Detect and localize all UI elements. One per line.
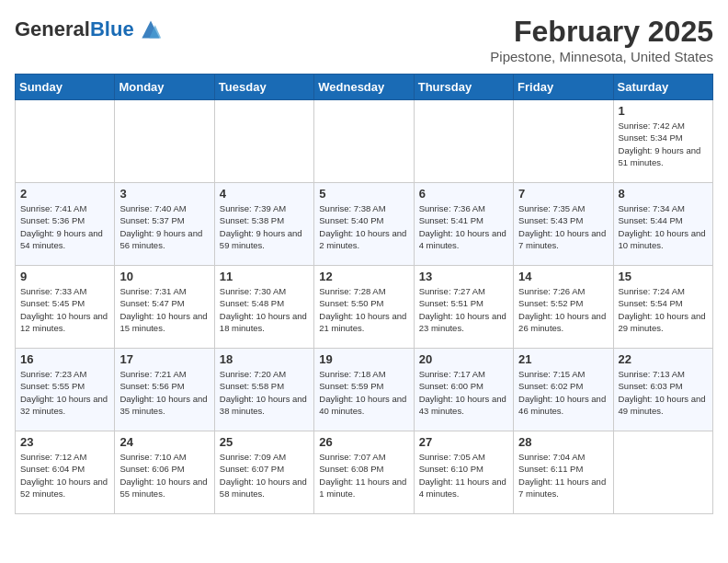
calendar-week-row: 16Sunrise: 7:23 AM Sunset: 5:55 PM Dayli… <box>16 349 713 431</box>
calendar-week-row: 23Sunrise: 7:12 AM Sunset: 6:04 PM Dayli… <box>16 431 713 514</box>
calendar-day-cell <box>115 100 214 183</box>
calendar-day-cell: 19Sunrise: 7:18 AM Sunset: 5:59 PM Dayli… <box>314 349 414 431</box>
calendar-day-cell: 10Sunrise: 7:31 AM Sunset: 5:47 PM Dayli… <box>115 266 214 349</box>
weekday-header: Wednesday <box>314 75 414 100</box>
weekday-header: Monday <box>115 75 214 100</box>
calendar-day-cell: 26Sunrise: 7:07 AM Sunset: 6:08 PM Dayli… <box>314 431 414 514</box>
day-number: 1 <box>619 104 708 118</box>
day-number: 21 <box>518 352 608 366</box>
day-number: 18 <box>220 352 309 366</box>
day-info: Sunrise: 7:13 AM Sunset: 6:03 PM Dayligh… <box>619 368 708 417</box>
calendar-week-row: 1Sunrise: 7:42 AM Sunset: 5:34 PM Daylig… <box>16 100 713 183</box>
day-number: 26 <box>319 435 408 449</box>
calendar-day-cell: 27Sunrise: 7:05 AM Sunset: 6:10 PM Dayli… <box>414 431 513 514</box>
calendar-week-row: 9Sunrise: 7:33 AM Sunset: 5:45 PM Daylig… <box>16 266 713 349</box>
calendar-day-cell: 15Sunrise: 7:24 AM Sunset: 5:54 PM Dayli… <box>613 266 712 349</box>
weekday-header: Friday <box>514 75 613 100</box>
calendar-day-cell: 14Sunrise: 7:26 AM Sunset: 5:52 PM Dayli… <box>514 266 613 349</box>
day-info: Sunrise: 7:09 AM Sunset: 6:07 PM Dayligh… <box>220 451 309 500</box>
weekday-header-row: SundayMondayTuesdayWednesdayThursdayFrid… <box>16 75 713 100</box>
day-number: 23 <box>20 435 109 449</box>
day-number: 16 <box>20 352 109 366</box>
day-number: 4 <box>220 187 309 201</box>
day-info: Sunrise: 7:10 AM Sunset: 6:06 PM Dayligh… <box>119 451 209 500</box>
calendar-day-cell: 1Sunrise: 7:42 AM Sunset: 5:34 PM Daylig… <box>613 100 712 183</box>
calendar-subtitle: Pipestone, Minnesota, United States <box>490 49 713 64</box>
day-info: Sunrise: 7:35 AM Sunset: 5:43 PM Dayligh… <box>518 202 608 251</box>
calendar-day-cell: 13Sunrise: 7:27 AM Sunset: 5:51 PM Dayli… <box>414 266 513 349</box>
day-info: Sunrise: 7:39 AM Sunset: 5:38 PM Dayligh… <box>220 202 309 251</box>
calendar-day-cell <box>514 100 613 183</box>
day-info: Sunrise: 7:15 AM Sunset: 6:02 PM Dayligh… <box>518 368 608 417</box>
day-info: Sunrise: 7:33 AM Sunset: 5:45 PM Dayligh… <box>20 285 109 334</box>
day-info: Sunrise: 7:38 AM Sunset: 5:40 PM Dayligh… <box>319 202 408 251</box>
day-info: Sunrise: 7:07 AM Sunset: 6:08 PM Dayligh… <box>319 451 408 500</box>
calendar-day-cell: 4Sunrise: 7:39 AM Sunset: 5:38 PM Daylig… <box>214 183 313 266</box>
day-number: 27 <box>419 435 508 449</box>
calendar-day-cell: 7Sunrise: 7:35 AM Sunset: 5:43 PM Daylig… <box>514 183 613 266</box>
calendar-title: February 2025 <box>490 15 713 49</box>
calendar-day-cell <box>414 100 513 183</box>
calendar-day-cell: 3Sunrise: 7:40 AM Sunset: 5:37 PM Daylig… <box>115 183 214 266</box>
day-number: 11 <box>220 270 309 283</box>
calendar-table: SundayMondayTuesdayWednesdayThursdayFrid… <box>15 74 713 514</box>
calendar-day-cell: 5Sunrise: 7:38 AM Sunset: 5:40 PM Daylig… <box>314 183 414 266</box>
day-info: Sunrise: 7:28 AM Sunset: 5:50 PM Dayligh… <box>319 285 408 334</box>
day-number: 12 <box>319 270 408 283</box>
day-number: 22 <box>619 352 708 366</box>
weekday-header: Thursday <box>414 75 513 100</box>
day-number: 17 <box>119 352 209 366</box>
title-block: February 2025 Pipestone, Minnesota, Unit… <box>490 15 713 64</box>
logo: GeneralBlue <box>15 15 165 44</box>
day-number: 25 <box>220 435 309 449</box>
calendar-day-cell: 20Sunrise: 7:17 AM Sunset: 6:00 PM Dayli… <box>414 349 513 431</box>
weekday-header: Sunday <box>16 75 115 100</box>
day-number: 6 <box>419 187 508 201</box>
weekday-header: Saturday <box>613 75 712 100</box>
day-number: 20 <box>419 352 508 366</box>
day-number: 9 <box>20 270 109 283</box>
day-number: 3 <box>119 187 209 201</box>
calendar-day-cell: 23Sunrise: 7:12 AM Sunset: 6:04 PM Dayli… <box>16 431 115 514</box>
day-info: Sunrise: 7:04 AM Sunset: 6:11 PM Dayligh… <box>518 451 608 500</box>
calendar-day-cell: 28Sunrise: 7:04 AM Sunset: 6:11 PM Dayli… <box>514 431 613 514</box>
calendar-day-cell: 21Sunrise: 7:15 AM Sunset: 6:02 PM Dayli… <box>514 349 613 431</box>
day-info: Sunrise: 7:40 AM Sunset: 5:37 PM Dayligh… <box>119 202 209 251</box>
day-info: Sunrise: 7:17 AM Sunset: 6:00 PM Dayligh… <box>419 368 508 417</box>
day-info: Sunrise: 7:21 AM Sunset: 5:56 PM Dayligh… <box>119 368 209 417</box>
day-number: 24 <box>119 435 209 449</box>
day-info: Sunrise: 7:42 AM Sunset: 5:34 PM Dayligh… <box>619 120 708 168</box>
calendar-day-cell: 24Sunrise: 7:10 AM Sunset: 6:06 PM Dayli… <box>115 431 214 514</box>
calendar-day-cell: 12Sunrise: 7:28 AM Sunset: 5:50 PM Dayli… <box>314 266 414 349</box>
calendar-day-cell: 2Sunrise: 7:41 AM Sunset: 5:36 PM Daylig… <box>16 183 115 266</box>
logo-general: General <box>15 17 90 40</box>
day-number: 13 <box>419 270 508 283</box>
day-info: Sunrise: 7:34 AM Sunset: 5:44 PM Dayligh… <box>619 202 708 251</box>
day-number: 10 <box>119 270 209 283</box>
day-info: Sunrise: 7:18 AM Sunset: 5:59 PM Dayligh… <box>319 368 408 417</box>
day-info: Sunrise: 7:41 AM Sunset: 5:36 PM Dayligh… <box>20 202 109 251</box>
day-info: Sunrise: 7:36 AM Sunset: 5:41 PM Dayligh… <box>419 202 508 251</box>
calendar-day-cell <box>613 431 712 514</box>
day-number: 19 <box>319 352 408 366</box>
calendar-day-cell <box>314 100 414 183</box>
calendar-day-cell: 16Sunrise: 7:23 AM Sunset: 5:55 PM Dayli… <box>16 349 115 431</box>
calendar-day-cell: 8Sunrise: 7:34 AM Sunset: 5:44 PM Daylig… <box>613 183 712 266</box>
day-info: Sunrise: 7:31 AM Sunset: 5:47 PM Dayligh… <box>119 285 209 334</box>
calendar-day-cell: 25Sunrise: 7:09 AM Sunset: 6:07 PM Dayli… <box>214 431 313 514</box>
day-info: Sunrise: 7:23 AM Sunset: 5:55 PM Dayligh… <box>20 368 109 417</box>
day-number: 5 <box>319 187 408 201</box>
calendar-day-cell: 22Sunrise: 7:13 AM Sunset: 6:03 PM Dayli… <box>613 349 712 431</box>
day-number: 2 <box>20 187 109 201</box>
day-number: 7 <box>518 187 608 201</box>
day-info: Sunrise: 7:30 AM Sunset: 5:48 PM Dayligh… <box>220 285 309 334</box>
day-number: 14 <box>518 270 608 283</box>
calendar-day-cell: 6Sunrise: 7:36 AM Sunset: 5:41 PM Daylig… <box>414 183 513 266</box>
day-info: Sunrise: 7:20 AM Sunset: 5:58 PM Dayligh… <box>220 368 309 417</box>
calendar-week-row: 2Sunrise: 7:41 AM Sunset: 5:36 PM Daylig… <box>16 183 713 266</box>
calendar-day-cell: 9Sunrise: 7:33 AM Sunset: 5:45 PM Daylig… <box>16 266 115 349</box>
logo-blue: Blue <box>90 17 134 40</box>
day-info: Sunrise: 7:24 AM Sunset: 5:54 PM Dayligh… <box>619 285 708 334</box>
day-number: 8 <box>619 187 708 201</box>
day-info: Sunrise: 7:05 AM Sunset: 6:10 PM Dayligh… <box>419 451 508 500</box>
